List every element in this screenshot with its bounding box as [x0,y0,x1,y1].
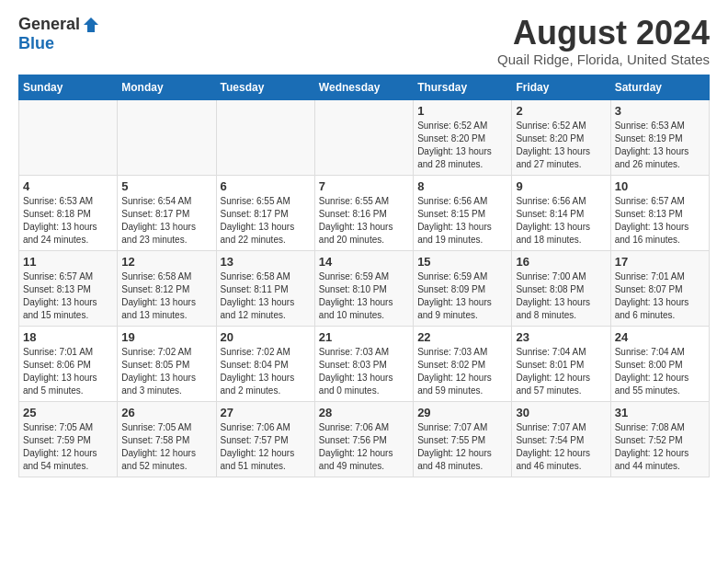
cell-date-number: 26 [121,406,211,419]
cell-date-number: 16 [516,255,606,269]
col-friday: Friday [512,75,610,99]
calendar-cell: 15Sunrise: 6:59 AMSunset: 8:09 PMDayligh… [414,250,512,326]
cell-date-number: 9 [516,179,606,193]
cell-date-number: 29 [417,406,507,419]
page-title: August 2024 [497,15,710,52]
calendar-cell [216,99,314,175]
calendar-row: 25Sunrise: 7:05 AMSunset: 7:59 PMDayligh… [19,401,710,477]
calendar-table: Sunday Monday Tuesday Wednesday Thursday… [18,75,710,477]
logo-icon [82,16,100,34]
calendar-cell: 24Sunrise: 7:04 AMSunset: 8:00 PMDayligh… [610,326,709,401]
calendar-cell: 12Sunrise: 6:58 AMSunset: 8:12 PMDayligh… [118,250,216,326]
col-wednesday: Wednesday [314,75,413,99]
cell-date-number: 23 [516,330,606,344]
cell-info: Sunrise: 7:00 AMSunset: 8:08 PMDaylight:… [516,270,606,322]
col-tuesday: Tuesday [216,75,314,99]
cell-date-number: 24 [615,330,705,344]
calendar-cell: 14Sunrise: 6:59 AMSunset: 8:10 PMDayligh… [314,250,413,326]
cell-info: Sunrise: 6:55 AMSunset: 8:16 PMDaylight:… [319,195,409,247]
calendar-body: 1Sunrise: 6:52 AMSunset: 8:20 PMDaylight… [19,99,710,477]
cell-date-number: 28 [319,406,409,419]
header-row: Sunday Monday Tuesday Wednesday Thursday… [19,75,710,99]
cell-info: Sunrise: 6:58 AMSunset: 8:11 PMDaylight:… [221,270,311,322]
cell-info: Sunrise: 6:57 AMSunset: 8:13 PMDaylight:… [23,270,113,322]
calendar-cell: 22Sunrise: 7:03 AMSunset: 8:02 PMDayligh… [414,326,512,401]
calendar-cell: 18Sunrise: 7:01 AMSunset: 8:06 PMDayligh… [19,326,118,401]
page-subtitle: Quail Ridge, Florida, United States [497,52,710,67]
calendar-cell: 26Sunrise: 7:05 AMSunset: 7:58 PMDayligh… [118,401,216,477]
cell-info: Sunrise: 6:52 AMSunset: 8:20 PMDaylight:… [417,120,507,171]
cell-date-number: 3 [615,104,705,118]
cell-date-number: 6 [221,179,311,193]
cell-date-number: 18 [23,330,113,344]
logo-blue-text: Blue [18,34,54,53]
cell-info: Sunrise: 6:59 AMSunset: 8:10 PMDaylight:… [319,270,409,322]
cell-date-number: 30 [516,406,606,419]
cell-info: Sunrise: 6:59 AMSunset: 8:09 PMDaylight:… [417,270,507,322]
cell-date-number: 11 [23,255,113,269]
cell-info: Sunrise: 6:55 AMSunset: 8:17 PMDaylight:… [221,195,311,247]
cell-date-number: 20 [221,330,311,344]
cell-date-number: 1 [417,104,507,118]
cell-info: Sunrise: 6:58 AMSunset: 8:12 PMDaylight:… [121,270,211,322]
cell-info: Sunrise: 6:56 AMSunset: 8:14 PMDaylight:… [516,195,606,247]
calendar-cell: 7Sunrise: 6:55 AMSunset: 8:16 PMDaylight… [314,175,413,250]
cell-date-number: 21 [319,330,409,344]
cell-info: Sunrise: 7:03 AMSunset: 8:03 PMDaylight:… [319,346,409,397]
cell-date-number: 5 [121,179,211,193]
calendar-cell: 3Sunrise: 6:53 AMSunset: 8:19 PMDaylight… [610,99,709,175]
calendar-cell: 17Sunrise: 7:01 AMSunset: 8:07 PMDayligh… [610,250,709,326]
calendar-cell: 1Sunrise: 6:52 AMSunset: 8:20 PMDaylight… [414,99,512,175]
cell-info: Sunrise: 6:53 AMSunset: 8:19 PMDaylight:… [615,120,705,171]
cell-date-number: 7 [319,179,409,193]
calendar-cell [314,99,413,175]
cell-info: Sunrise: 7:03 AMSunset: 8:02 PMDaylight:… [417,346,507,397]
calendar-cell: 23Sunrise: 7:04 AMSunset: 8:01 PMDayligh… [512,326,610,401]
calendar-cell: 19Sunrise: 7:02 AMSunset: 8:05 PMDayligh… [118,326,216,401]
col-thursday: Thursday [414,75,512,99]
calendar-row: 4Sunrise: 6:53 AMSunset: 8:18 PMDaylight… [19,175,710,250]
cell-info: Sunrise: 6:56 AMSunset: 8:15 PMDaylight:… [417,195,507,247]
calendar-cell: 31Sunrise: 7:08 AMSunset: 7:52 PMDayligh… [610,401,709,477]
logo-general-text: General [18,15,80,34]
cell-date-number: 19 [121,330,211,344]
cell-info: Sunrise: 7:02 AMSunset: 8:05 PMDaylight:… [121,346,211,397]
calendar-cell: 5Sunrise: 6:54 AMSunset: 8:17 PMDaylight… [118,175,216,250]
cell-date-number: 2 [516,104,606,118]
calendar-cell [19,99,118,175]
col-monday: Monday [118,75,216,99]
cell-info: Sunrise: 6:52 AMSunset: 8:20 PMDaylight:… [516,120,606,171]
cell-info: Sunrise: 7:02 AMSunset: 8:04 PMDaylight:… [221,346,311,397]
cell-date-number: 27 [221,406,311,419]
cell-date-number: 12 [121,255,211,269]
cell-date-number: 4 [23,179,113,193]
col-saturday: Saturday [610,75,709,99]
cell-info: Sunrise: 7:05 AMSunset: 7:58 PMDaylight:… [121,421,211,473]
cell-info: Sunrise: 7:05 AMSunset: 7:59 PMDaylight:… [23,421,113,473]
cell-info: Sunrise: 6:54 AMSunset: 8:17 PMDaylight:… [121,195,211,247]
cell-info: Sunrise: 6:53 AMSunset: 8:18 PMDaylight:… [23,195,113,247]
cell-date-number: 8 [417,179,507,193]
calendar-cell: 8Sunrise: 6:56 AMSunset: 8:15 PMDaylight… [414,175,512,250]
title-area: August 2024 Quail Ridge, Florida, United… [497,15,710,67]
calendar-cell: 11Sunrise: 6:57 AMSunset: 8:13 PMDayligh… [19,250,118,326]
cell-info: Sunrise: 6:57 AMSunset: 8:13 PMDaylight:… [615,195,705,247]
cell-date-number: 13 [221,255,311,269]
calendar-cell: 21Sunrise: 7:03 AMSunset: 8:03 PMDayligh… [314,326,413,401]
calendar-cell: 4Sunrise: 6:53 AMSunset: 8:18 PMDaylight… [19,175,118,250]
calendar-cell: 9Sunrise: 6:56 AMSunset: 8:14 PMDaylight… [512,175,610,250]
cell-info: Sunrise: 7:01 AMSunset: 8:07 PMDaylight:… [615,270,705,322]
calendar-row: 18Sunrise: 7:01 AMSunset: 8:06 PMDayligh… [19,326,710,401]
cell-info: Sunrise: 7:06 AMSunset: 7:57 PMDaylight:… [221,421,311,473]
cell-info: Sunrise: 7:01 AMSunset: 8:06 PMDaylight:… [23,346,113,397]
cell-date-number: 25 [23,406,113,419]
calendar-cell: 28Sunrise: 7:06 AMSunset: 7:56 PMDayligh… [314,401,413,477]
calendar-cell: 29Sunrise: 7:07 AMSunset: 7:55 PMDayligh… [414,401,512,477]
logo: General Blue [18,15,100,53]
cell-info: Sunrise: 7:07 AMSunset: 7:55 PMDaylight:… [417,421,507,473]
calendar-cell: 16Sunrise: 7:00 AMSunset: 8:08 PMDayligh… [512,250,610,326]
cell-info: Sunrise: 7:04 AMSunset: 8:01 PMDaylight:… [516,346,606,397]
calendar-cell: 2Sunrise: 6:52 AMSunset: 8:20 PMDaylight… [512,99,610,175]
header: General Blue August 2024 Quail Ridge, Fl… [18,15,710,67]
cell-date-number: 14 [319,255,409,269]
